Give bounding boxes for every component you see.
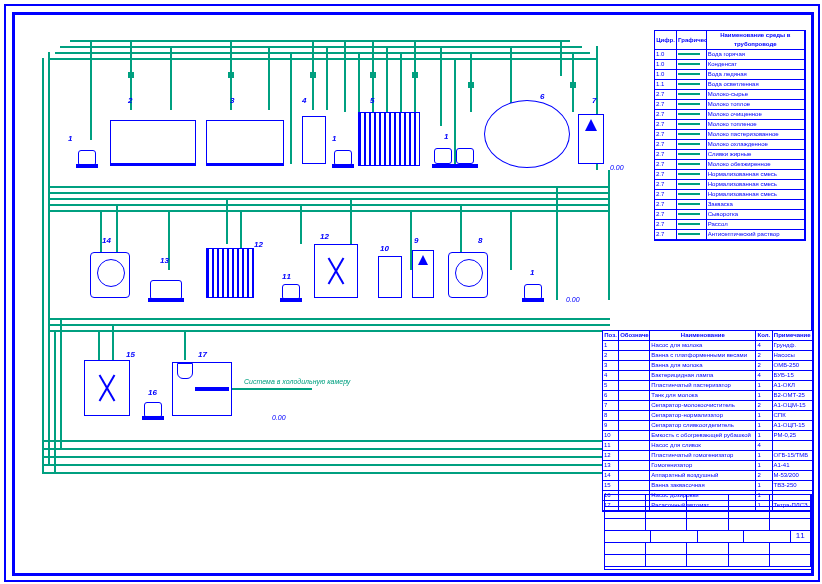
- pipe: [60, 318, 62, 448]
- pipe: [232, 388, 312, 390]
- tank-6: [484, 100, 570, 168]
- pipe: [112, 324, 114, 360]
- vessel-2: [110, 120, 196, 164]
- pipe: [50, 324, 610, 326]
- table-row: 14Аппаратный воздушный2М-53/200: [603, 471, 813, 481]
- pipe: [42, 472, 602, 474]
- separator-9: [412, 250, 434, 298]
- pipe: [50, 198, 610, 200]
- th: Примечание: [773, 331, 814, 340]
- table-row: 2.7Молоко топлое: [655, 100, 805, 110]
- table-row: 2.7Антисептический раствор: [655, 230, 805, 240]
- valve-icon: [468, 82, 474, 88]
- table-row: 5Пластинчатый пастеризатор1А1-ОКЛ: [603, 381, 813, 391]
- pipe: [42, 440, 602, 442]
- table-row: 2.7Молоко охлажденное: [655, 140, 805, 150]
- pipe: [226, 198, 228, 244]
- equip-num-9: 9: [414, 236, 418, 245]
- table-row: 1.0Вода ледяная: [655, 70, 805, 80]
- valve-icon: [412, 72, 418, 78]
- pipe: [42, 58, 44, 472]
- pipe: [50, 318, 610, 320]
- pipe: [400, 52, 402, 112]
- table-row: 15Ванна заквасочная1ТВЗ-250: [603, 481, 813, 491]
- pipe: [42, 456, 602, 458]
- table-row: 2.7Сливки жирные: [655, 150, 805, 160]
- equip-num-1d: 1: [530, 268, 534, 277]
- table-row: 11Насос для сливок4: [603, 441, 813, 451]
- valve-icon: [370, 72, 376, 78]
- th: Наименование среды в трубопроводе: [707, 31, 805, 49]
- valve-icon: [310, 72, 316, 78]
- hx-12: [206, 248, 254, 298]
- equip-num-7: 7: [592, 96, 596, 105]
- base: [142, 416, 164, 420]
- pipe: [300, 204, 302, 244]
- table-row: 8Сепаратор-нормализатор1СПК: [603, 411, 813, 421]
- table-equipment: Поз. Обозначение Наименование Кол. Приме…: [602, 330, 814, 512]
- pipe: [90, 40, 92, 140]
- pipe: [608, 170, 610, 300]
- equip-num-11: 11: [282, 272, 291, 281]
- pipe: [54, 330, 56, 472]
- pipe: [510, 210, 512, 270]
- table-row: 6Танк для молока1В2-ОМТ-25: [603, 391, 813, 401]
- table-row: 2.7Сыворотка: [655, 210, 805, 220]
- pipe: [70, 40, 570, 42]
- packer-17: [172, 362, 232, 416]
- th: Кол.: [756, 331, 772, 340]
- table-row: 2.7Молоко топленое: [655, 120, 805, 130]
- pipe: [358, 52, 360, 112]
- table-row: 7Сепаратор-молокоочиститель2А1-ОЦМ-15: [603, 401, 813, 411]
- elevation-1: 0.00: [610, 164, 624, 171]
- th: Поз.: [603, 331, 619, 340]
- valve-icon: [570, 82, 576, 88]
- equip-num-14: 14: [102, 236, 111, 245]
- pasteurizer-5: [358, 112, 420, 166]
- table-row: 1.0Вода горячая: [655, 50, 805, 60]
- equip-num-13: 13: [160, 256, 169, 265]
- elevation-3: 0.00: [272, 414, 286, 421]
- pipe: [556, 186, 558, 300]
- base: [280, 298, 302, 302]
- equip-num-12b: 12: [320, 232, 329, 241]
- pipe: [42, 448, 602, 450]
- apparatus-8: [448, 252, 488, 298]
- pump-base: [332, 164, 354, 168]
- pipe: [50, 186, 610, 188]
- pipe: [170, 46, 172, 110]
- table-row: 1.0Конденсат: [655, 60, 805, 70]
- homogenizer-13: [150, 280, 182, 300]
- mixer-12b: [314, 244, 358, 298]
- pipe: [268, 46, 270, 110]
- equip-num-15: 15: [126, 350, 135, 359]
- equip-num-8: 8: [478, 236, 482, 245]
- th: Графическое: [677, 31, 707, 49]
- table-row: 3Ванна для молока2ОМБ-250: [603, 361, 813, 371]
- equip-num-1b: 1: [332, 134, 336, 143]
- apparatus-14: [90, 252, 130, 298]
- lamp-4: [302, 116, 326, 164]
- pipe: [290, 52, 292, 164]
- table-row: 2Ванна с платформенными весами2Насосы: [603, 351, 813, 361]
- equip-num-3: 3: [230, 96, 234, 105]
- pipe: [50, 210, 610, 212]
- table-row: 2.7Молоко-сырье: [655, 90, 805, 100]
- equip-num-6: 6: [540, 92, 544, 101]
- ferment-15: [84, 360, 130, 416]
- table-pipes: Цифр. Графическое Наименование среды в т…: [654, 30, 806, 241]
- pump: [456, 148, 474, 164]
- table-row: 10Емкость с обогревающей рубашкой1РМ-0,2…: [603, 431, 813, 441]
- pump: [434, 148, 452, 164]
- equip-num-1c: 1: [444, 132, 448, 141]
- table-row: 2.7Нормализованная смесь: [655, 180, 805, 190]
- pipe: [326, 46, 328, 110]
- equip-num-5: 5: [370, 96, 374, 105]
- pipe: [184, 330, 186, 360]
- pump-base: [432, 164, 478, 168]
- title-block: 11: [604, 494, 812, 570]
- table-row: 2.7Молоко пастеризованное: [655, 130, 805, 140]
- table-row: 1Насос для молока4Грундф.: [603, 341, 813, 351]
- valve-icon: [128, 72, 134, 78]
- table-row: 2.7Молоко обезжиренное: [655, 160, 805, 170]
